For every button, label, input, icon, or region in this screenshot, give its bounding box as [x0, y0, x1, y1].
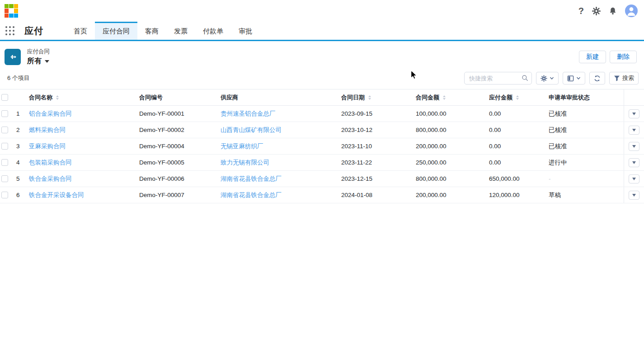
select-all-checkbox[interactable] — [1, 94, 8, 101]
help-icon[interactable]: ? — [578, 6, 584, 15]
supplier-link[interactable]: 湖南省花县铁合金总厂 — [221, 192, 282, 198]
approval-status: 已核准 — [549, 126, 624, 134]
bell-icon[interactable] — [609, 7, 617, 15]
contract-amount: 800,000.00 — [416, 127, 489, 133]
column-header-contract-code: 合同编号 — [139, 94, 221, 102]
top-bar: ? — [0, 0, 644, 22]
app-launcher-icon[interactable] — [5, 26, 17, 35]
user-avatar[interactable] — [625, 5, 638, 17]
row-actions-button[interactable] — [629, 126, 639, 135]
contract-name-link[interactable]: 铁合金开采设备合同 — [29, 192, 84, 198]
display-layout-button[interactable] — [563, 72, 585, 85]
filter-funnel-icon — [614, 75, 620, 81]
contract-name-link[interactable]: 燃料采购合同 — [29, 127, 66, 133]
row-number: 4 — [13, 159, 29, 166]
app-title: 应付 — [24, 25, 43, 37]
row-checkbox[interactable] — [1, 175, 8, 182]
column-header-contract-date[interactable]: 合同日期 — [341, 94, 416, 102]
view-name: 所有 — [27, 56, 42, 66]
sort-icon — [516, 95, 519, 100]
brand-logo-icon[interactable] — [5, 4, 18, 18]
filter-search-label: 搜索 — [622, 74, 634, 82]
payable-amount: 0.00 — [489, 110, 549, 117]
approval-status: 进行中 — [549, 159, 624, 167]
contract-code: Demo-YF-00001 — [139, 110, 221, 117]
contract-code: Demo-YF-00006 — [139, 175, 221, 182]
row-checkbox[interactable] — [1, 143, 8, 150]
contract-name-link[interactable]: 包装箱采购合同 — [29, 159, 72, 166]
row-checkbox[interactable] — [1, 110, 8, 117]
tab-home[interactable]: 首页 — [66, 22, 95, 40]
table-columns-icon — [567, 75, 574, 82]
supplier-link[interactable]: 湖南省花县铁合金总厂 — [221, 175, 282, 182]
contract-amount: 200,000.00 — [416, 192, 489, 198]
entity-label: 应付合同 — [27, 48, 50, 56]
contract-code: Demo-YF-00005 — [139, 159, 221, 166]
column-header-contract-amount[interactable]: 合同金额 — [416, 94, 489, 102]
list-settings-button[interactable] — [536, 72, 559, 85]
contract-name-link[interactable]: 铁合金采购合同 — [29, 175, 72, 182]
supplier-link[interactable]: 山西青山煤矿有限公司 — [221, 127, 282, 133]
column-header-actions — [624, 89, 644, 105]
tab-approvals[interactable]: 审批 — [231, 22, 260, 40]
contract-date: 2024-01-08 — [341, 192, 416, 198]
contract-amount: 250,000.00 — [416, 159, 489, 166]
sort-icon — [56, 95, 59, 100]
tab-payable-contracts[interactable]: 应付合同 — [95, 22, 137, 40]
approval-status: 草稿 — [549, 191, 624, 199]
row-number: 3 — [13, 143, 29, 150]
row-checkbox[interactable] — [1, 192, 8, 198]
filter-search-button[interactable]: 搜索 — [609, 72, 639, 85]
contract-name-link[interactable]: 亚麻采购合同 — [29, 143, 66, 150]
tab-invoices[interactable]: 发票 — [166, 22, 195, 40]
contract-code: Demo-YF-00004 — [139, 143, 221, 150]
row-checkbox[interactable] — [1, 127, 8, 133]
gear-icon[interactable] — [592, 7, 601, 15]
tab-vendors[interactable]: 客商 — [137, 22, 166, 40]
list-toolbar: 6 个项目 — [0, 70, 644, 86]
gear-icon — [541, 75, 547, 82]
contract-name-link[interactable]: 铝合金采购合同 — [29, 110, 72, 117]
column-header-contract-name[interactable]: 合同名称 — [29, 94, 139, 102]
tab-payment-orders[interactable]: 付款单 — [195, 22, 231, 40]
contract-amount: 800,000.00 — [416, 175, 489, 182]
table-row: 6 铁合金开采设备合同 Demo-YF-00007 湖南省花县铁合金总厂 202… — [0, 187, 644, 203]
new-button[interactable]: 新建 — [579, 51, 606, 63]
contract-date: 2023-09-15 — [341, 110, 416, 117]
chevron-down-icon — [576, 76, 581, 80]
delete-button[interactable]: 删除 — [610, 51, 637, 63]
table-header-row: 合同名称 合同编号 供应商 合同日期 合同金额 应付金额 申请单审批状态 — [0, 89, 644, 106]
app-nav-bar: 应付 首页 应付合同 客商 发票 付款单 审批 — [0, 22, 644, 41]
item-count: 6 个项目 — [7, 74, 30, 82]
contracts-table: 合同名称 合同编号 供应商 合同日期 合同金额 应付金额 申请单审批状态 1 铝… — [0, 89, 644, 203]
row-actions-button[interactable] — [629, 158, 639, 167]
row-number: 6 — [13, 192, 29, 198]
refresh-button[interactable] — [589, 72, 605, 85]
payable-amount: 0.00 — [489, 143, 549, 150]
list-view-selector[interactable]: 所有 — [27, 56, 50, 66]
row-actions-button[interactable] — [629, 109, 639, 118]
payable-amount: 0.00 — [489, 159, 549, 166]
row-number: 2 — [13, 127, 29, 133]
table-row: 5 铁合金采购合同 Demo-YF-00006 湖南省花县铁合金总厂 2023-… — [0, 171, 644, 187]
row-number: 5 — [13, 175, 29, 182]
sort-icon — [368, 95, 371, 100]
row-actions-button[interactable] — [629, 174, 639, 183]
row-actions-button[interactable] — [629, 142, 639, 151]
page-header: 应付合同 所有 新建 删除 — [0, 45, 644, 69]
supplier-link[interactable]: 贵州速圣铝合金总厂 — [221, 110, 276, 117]
contract-amount: 100,000.00 — [416, 110, 489, 117]
supplier-link[interactable]: 无锡亚麻纺织厂 — [221, 143, 263, 150]
caret-down-icon — [632, 113, 636, 115]
row-checkbox[interactable] — [1, 159, 8, 166]
contract-date: 2023-11-10 — [341, 143, 416, 150]
contract-date: 2023-10-12 — [341, 127, 416, 133]
row-actions-button[interactable] — [629, 191, 639, 200]
entity-split-arrows-icon — [5, 49, 21, 65]
contract-code: Demo-YF-00007 — [139, 192, 221, 198]
quick-search — [464, 72, 532, 85]
supplier-link[interactable]: 致力无锡有限公司 — [221, 159, 269, 166]
column-header-payable-amount[interactable]: 应付金额 — [489, 94, 549, 102]
row-number: 1 — [13, 110, 29, 117]
approval-status: - — [549, 175, 624, 182]
